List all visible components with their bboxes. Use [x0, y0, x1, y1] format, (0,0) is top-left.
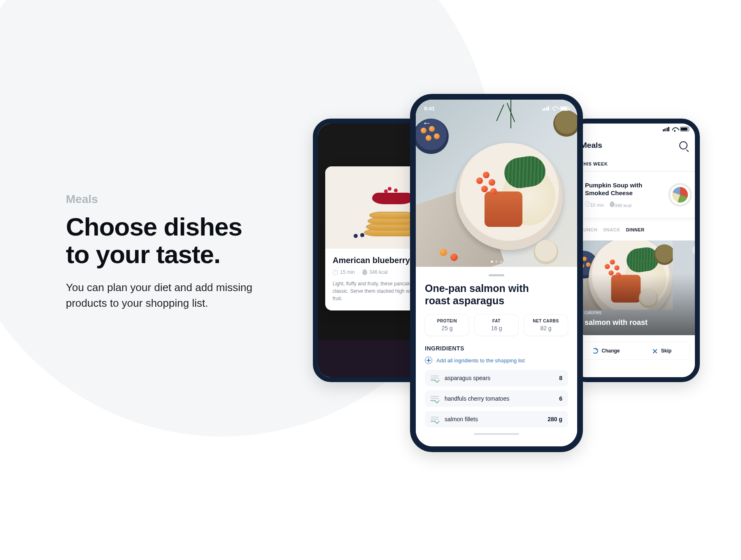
- ingredients-heading: INGRIDIENTS: [425, 345, 568, 352]
- ingredient-row[interactable]: asparagus spears 8: [425, 370, 568, 386]
- cup-decoration: [553, 110, 577, 137]
- wifi-icon: [672, 127, 678, 131]
- image-pager: [491, 261, 502, 263]
- dish-title-l2: roast asparagus: [425, 295, 504, 306]
- detail-sheet: One-pan salmon with roast asparagus PROT…: [416, 267, 577, 435]
- ingredient-name: handfuls cherry tomatoes: [445, 395, 553, 402]
- plus-circle-icon: [425, 357, 432, 364]
- featured-thumbnail: [668, 183, 692, 207]
- meal-tabs: LUNCH SNACK DINNER: [573, 227, 695, 232]
- featured-kcal: 346 kcal: [615, 203, 631, 208]
- featured-time: 15 min: [590, 203, 604, 208]
- eyebrow: Meals: [66, 193, 272, 206]
- clock-icon: [585, 201, 590, 207]
- dish-title-l1: One-pan salmon with: [425, 282, 529, 294]
- macro-value: 16 g: [477, 325, 516, 331]
- back-button[interactable]: ←: [422, 118, 431, 128]
- section-label: THIS WEEK: [580, 161, 608, 166]
- battery-icon: [680, 127, 689, 131]
- phone-mockups: American blueberry pancakes 15 min 346 k…: [313, 94, 725, 473]
- headline-line1: Choose dishes: [66, 212, 242, 241]
- status-bar: [663, 127, 690, 131]
- marketing-copy: Meals Choose dishes to your taste. You c…: [66, 193, 272, 311]
- phone-center: 9:41 ← One-pan salmon with roast: [410, 94, 583, 452]
- change-label: Change: [601, 348, 620, 354]
- change-button[interactable]: Change: [578, 342, 634, 359]
- cup-decoration: [534, 240, 558, 264]
- plate-decoration: [456, 143, 563, 250]
- ingredient-row[interactable]: handfuls cherry tomatoes 6: [425, 390, 568, 407]
- screen-title: Meals: [580, 141, 602, 150]
- close-icon: [652, 348, 658, 354]
- ingredient-qty: 280 g: [548, 416, 562, 422]
- wifi-icon: [552, 106, 557, 110]
- macro-netcarbs: NET CARBS 82 g: [524, 314, 568, 336]
- cellular-icon: [663, 127, 670, 131]
- dish-title: One-pan salmon with roast asparagus: [425, 282, 568, 307]
- ingredient-row[interactable]: salmon fillets 280 g: [425, 411, 568, 427]
- scroll-indicator: [474, 433, 519, 435]
- ingredient-name: asparagus spears: [445, 375, 553, 381]
- list-check-icon: [431, 396, 439, 401]
- card-actions: Change Skip: [578, 342, 690, 360]
- list-check-icon: [431, 417, 439, 422]
- battery-icon: [560, 106, 569, 111]
- macros: PROTEIN 25 g FAT 16 g NET CARBS 82 g: [425, 314, 568, 336]
- meta-time: 15 min: [340, 269, 355, 275]
- meta-kcal: 346 kcal: [369, 269, 388, 275]
- drag-handle[interactable]: [489, 274, 504, 276]
- skip-button[interactable]: Skip: [634, 342, 690, 359]
- meal-title: salmon with roast: [585, 318, 700, 327]
- ingredient-qty: 8: [559, 375, 562, 381]
- add-all-label: Add all ingridients to the shopping list: [436, 357, 525, 364]
- clock-icon: [333, 270, 338, 275]
- featured-recipe-card[interactable]: Pumpkin Soup with Smoked Cheese 15 min 3…: [578, 171, 699, 218]
- tab-lunch[interactable]: LUNCH: [580, 227, 597, 232]
- meal-kicker: calories: [585, 310, 601, 315]
- add-all-ingredients-button[interactable]: Add all ingridients to the shopping list: [425, 357, 568, 364]
- macro-value: 25 g: [428, 325, 466, 331]
- macro-label: NET CARBS: [527, 319, 565, 323]
- list-check-icon: [431, 376, 439, 380]
- flame-icon: [362, 269, 367, 275]
- status-bar: 9:41: [416, 104, 577, 113]
- bowl-decoration: [416, 119, 449, 154]
- ingredient-name: salmon fillets: [445, 416, 542, 422]
- tab-dinner[interactable]: DINNER: [626, 227, 645, 232]
- flame-icon: [610, 201, 615, 207]
- cellular-icon: [543, 106, 550, 111]
- skip-label: Skip: [661, 348, 671, 354]
- ingredient-list: asparagus spears 8 handfuls cherry tomat…: [425, 370, 568, 427]
- ingredient-qty: 6: [559, 395, 562, 402]
- featured-title: Pumpkin Soup with Smoked Cheese: [585, 182, 663, 197]
- subheadline: You can plan your diet and add missing p…: [66, 280, 272, 311]
- macro-value: 82 g: [527, 325, 565, 331]
- macro-protein: PROTEIN 25 g: [425, 314, 469, 336]
- phone-right: Meals THIS WEEK Pumpkin Soup with Smoked…: [568, 119, 700, 382]
- hero-image: 9:41 ←: [416, 100, 577, 267]
- macro-fat: FAT 16 g: [474, 314, 519, 336]
- headline-line2: to your taste.: [66, 240, 220, 268]
- search-icon[interactable]: [679, 141, 687, 149]
- macro-label: FAT: [477, 319, 516, 323]
- macro-label: PROTEIN: [428, 319, 466, 323]
- status-time: 9:41: [424, 105, 435, 112]
- tab-snack[interactable]: SNACK: [603, 227, 620, 232]
- refresh-icon: [592, 348, 598, 354]
- page-title: Choose dishes to your taste.: [66, 213, 272, 268]
- meal-card[interactable]: ♡ calories salmon with roast: [578, 240, 700, 335]
